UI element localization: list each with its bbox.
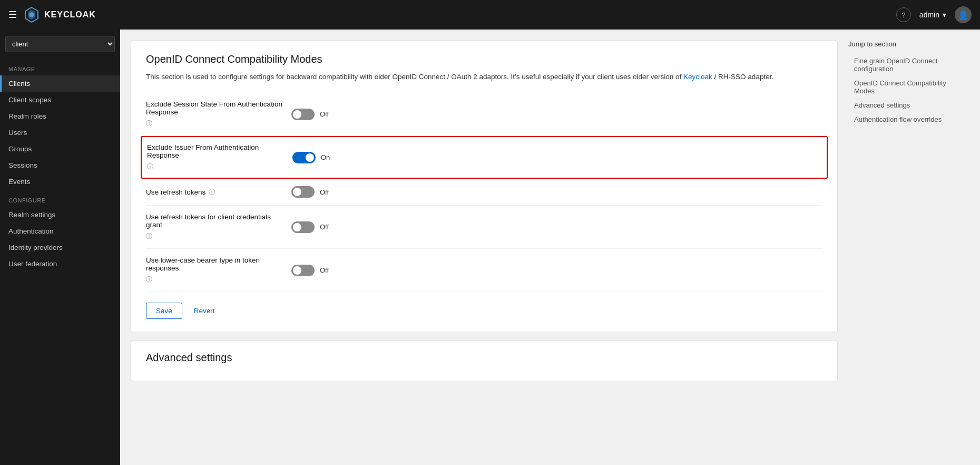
btn-row: Save Revert (146, 303, 822, 319)
avatar-icon: 👤 (958, 10, 968, 20)
use-refresh-tokens-slider (291, 186, 315, 198)
exclude-session-state-state: Off (320, 110, 329, 118)
exclude-session-state-toggle[interactable] (291, 109, 315, 120)
advanced-settings-title: Advanced settings (146, 352, 822, 364)
use-lowercase-bearer-toggle-container: Off (291, 265, 329, 276)
content-area: OpenID Connect Compatibility Modes This … (120, 30, 980, 465)
jump-section-title: Jump to section (848, 40, 969, 48)
form-row-use-lowercase-bearer: Use lower-case bearer type in token resp… (146, 249, 822, 292)
revert-button[interactable]: Revert (189, 303, 220, 319)
use-refresh-tokens-toggle[interactable] (291, 186, 315, 198)
exclude-issuer-toggle[interactable] (292, 152, 316, 163)
form-row-use-refresh-tokens-client: Use refresh tokens for client credential… (146, 206, 822, 249)
use-refresh-tokens-client-slider (291, 221, 315, 233)
use-refresh-tokens-client-toggle-container: Off (291, 221, 329, 233)
sidebar-item-user-federation[interactable]: User federation (0, 256, 120, 272)
realm-select[interactable]: client (5, 36, 115, 52)
exclude-issuer-state: On (321, 153, 330, 161)
sidebar-item-client-scopes[interactable]: Client scopes (0, 92, 120, 108)
form-row-exclude-issuer: Exclude Issuer From Authentication Respo… (141, 136, 828, 179)
form-row-use-refresh-tokens: Use refresh tokens ⓘ Off (146, 179, 822, 206)
exclude-issuer-label: Exclude Issuer From Authentication Respo… (147, 143, 284, 171)
sidebar-item-users[interactable]: Users (0, 124, 120, 141)
jump-item-auth-flow-overrides[interactable]: Authentication flow overrides (848, 113, 969, 126)
avatar[interactable]: 👤 (955, 6, 972, 23)
hamburger-icon[interactable]: ☰ (8, 9, 17, 21)
form-row-exclude-session-state: Exclude Session State From Authenticatio… (146, 93, 822, 136)
sidebar-item-realm-roles[interactable]: Realm roles (0, 108, 120, 124)
sidebar: client Manage Clients Client scopes Real… (0, 30, 120, 465)
save-button[interactable]: Save (146, 303, 182, 319)
logo-text: KEYCLOAK (44, 10, 96, 20)
keycloak-link[interactable]: Keycloak (683, 73, 712, 81)
sidebar-item-realm-settings[interactable]: Realm settings (0, 207, 120, 223)
exclude-issuer-toggle-container: On (292, 152, 330, 163)
use-lowercase-bearer-slider (291, 265, 315, 276)
right-panel: Jump to section Fine grain OpenID Connec… (848, 40, 969, 454)
sidebar-item-sessions[interactable]: Sessions (0, 157, 120, 173)
card-description: This section is used to configure settin… (146, 72, 822, 82)
jump-section-items: Fine grain OpenID Connect configuration … (848, 54, 969, 126)
exclude-session-state-info-icon[interactable]: ⓘ (146, 119, 152, 128)
jump-item-fine-grain[interactable]: Fine grain OpenID Connect configuration (848, 54, 969, 75)
use-lowercase-bearer-toggle[interactable] (291, 265, 315, 276)
help-button[interactable]: ? (896, 7, 911, 22)
logo: KEYCLOAK (23, 6, 96, 23)
topnav-right: ? admin ▾ 👤 (896, 6, 972, 23)
sidebar-item-identity-providers[interactable]: Identity providers (0, 239, 120, 256)
topnav: ☰ KEYCLOAK ? admin ▾ 👤 (0, 0, 980, 30)
keycloak-logo-icon (23, 6, 40, 23)
exclude-issuer-info-icon[interactable]: ⓘ (147, 162, 153, 171)
configure-section-label: Configure (0, 190, 120, 207)
main-layout: client Manage Clients Client scopes Real… (0, 30, 980, 465)
sidebar-item-events[interactable]: Events (0, 173, 120, 190)
use-lowercase-bearer-state: Off (320, 266, 329, 274)
advanced-settings-card: Advanced settings (131, 341, 838, 381)
use-refresh-tokens-client-info-icon[interactable]: ⓘ (146, 232, 152, 241)
user-chevron-icon: ▾ (943, 11, 946, 19)
main-content: OpenID Connect Compatibility Modes This … (131, 40, 838, 454)
use-lowercase-bearer-label: Use lower-case bearer type in token resp… (146, 256, 283, 284)
use-refresh-tokens-client-label: Use refresh tokens for client credential… (146, 213, 283, 241)
exclude-session-state-toggle-container: Off (291, 109, 329, 120)
jump-item-advanced-settings[interactable]: Advanced settings (848, 99, 969, 112)
exclude-session-state-slider (291, 109, 315, 120)
jump-item-compat-modes[interactable]: OpenID Connect Compatibility Modes (848, 76, 969, 98)
use-refresh-tokens-toggle-container: Off (291, 186, 329, 198)
use-refresh-tokens-info-icon[interactable]: ⓘ (209, 188, 215, 197)
use-lowercase-bearer-info-icon[interactable]: ⓘ (146, 275, 152, 284)
realm-dropdown[interactable]: client (5, 36, 115, 52)
use-refresh-tokens-client-toggle[interactable] (291, 221, 315, 233)
user-menu[interactable]: admin ▾ (919, 11, 946, 19)
sidebar-item-groups[interactable]: Groups (0, 141, 120, 157)
exclude-issuer-slider (292, 152, 316, 163)
use-refresh-tokens-client-state: Off (320, 223, 329, 231)
compat-modes-card: OpenID Connect Compatibility Modes This … (131, 40, 838, 332)
user-name: admin (919, 11, 939, 19)
manage-section-label: Manage (0, 59, 120, 75)
sidebar-item-clients[interactable]: Clients (0, 75, 120, 92)
exclude-session-state-label: Exclude Session State From Authenticatio… (146, 100, 283, 128)
use-refresh-tokens-state: Off (320, 188, 329, 196)
sidebar-item-authentication[interactable]: Authentication (0, 223, 120, 239)
use-refresh-tokens-label: Use refresh tokens ⓘ (146, 188, 283, 197)
card-title: OpenID Connect Compatibility Modes (146, 53, 822, 65)
